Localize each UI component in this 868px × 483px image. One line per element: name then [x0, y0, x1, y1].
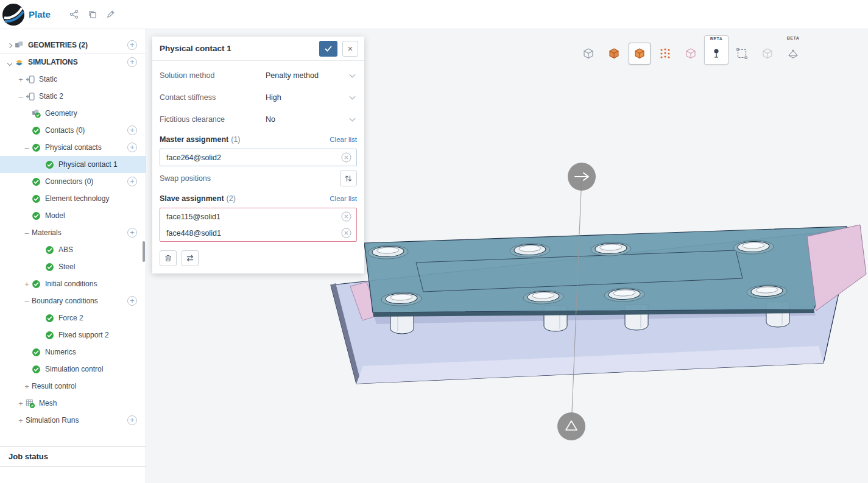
assignment-face-label: face264@solid2 [166, 153, 341, 162]
tree-item-fixed-support-2[interactable]: Fixed support 2 [0, 326, 146, 344]
add-button[interactable]: + [127, 415, 137, 425]
check-icon [45, 245, 54, 255]
tree-item-label: Force 2 [58, 314, 141, 322]
tree-item-initial-conditions[interactable]: +Initial conditions [0, 275, 146, 292]
tree-item-model[interactable]: Model [0, 207, 146, 224]
contact-stiffness-select[interactable]: High [266, 91, 357, 104]
tree-item-numerics[interactable]: Numerics [0, 344, 146, 361]
tree-item-static[interactable]: +Static [0, 71, 146, 88]
3d-model[interactable] [331, 225, 866, 384]
master-assignment-list[interactable]: face264@solid2 [160, 149, 357, 166]
expander-plus-icon[interactable]: + [16, 400, 26, 407]
copy-button[interactable] [85, 7, 101, 23]
assignment-item: face264@solid2 [160, 149, 356, 166]
tree-item-abs[interactable]: ABS [0, 241, 146, 258]
job-status-label: Job status [9, 452, 48, 461]
tree-item-label: Result control [32, 382, 141, 390]
volume-select-cube-icon [629, 43, 651, 65]
app-logo-icon [2, 3, 25, 26]
remove-assignment-button[interactable] [341, 211, 351, 222]
expander-plus-icon[interactable]: + [22, 383, 32, 390]
add-button[interactable]: + [127, 125, 137, 135]
tree-item-simulation-control[interactable]: Simulation control [0, 361, 146, 378]
tree-item-mesh[interactable]: +Mesh [0, 395, 146, 412]
tree-item-steel[interactable]: Steel [0, 258, 146, 275]
sidebar-scrollbar[interactable] [143, 241, 145, 262]
fictitious-clearance-select[interactable]: No [266, 113, 357, 126]
panel-header: Physical contact 1 × [152, 37, 364, 61]
add-button[interactable]: + [127, 40, 137, 50]
expander-plus-icon[interactable]: + [22, 280, 32, 288]
add-button[interactable]: + [127, 57, 137, 67]
clear-slave-list-link[interactable]: Clear list [330, 195, 357, 202]
tree-item-force-2[interactable]: Force 2 [0, 309, 146, 326]
tree-item-materials[interactable]: –Materials+ [0, 224, 146, 241]
tree-item-label: Physical contacts [45, 143, 127, 152]
tree-item-simulations[interactable]: SIMULATIONS+ [0, 54, 146, 71]
vertex-select-icon [654, 43, 676, 65]
remove-assignment-button[interactable] [341, 228, 351, 238]
tree-item-label: Mesh [39, 399, 141, 407]
tree-item-result-control[interactable]: +Result control [0, 378, 146, 395]
check-icon [32, 177, 41, 186]
add-button[interactable]: + [127, 177, 137, 186]
add-button[interactable]: + [127, 296, 137, 306]
add-button[interactable]: + [127, 143, 137, 152]
tree-item-boundary-conditions[interactable]: –Boundary conditions+ [0, 292, 146, 309]
project-title: Plate [29, 9, 51, 19]
clear-master-list-link[interactable]: Clear list [330, 136, 357, 143]
sidebar: GEOMETRIES (2)+SIMULATIONS++Static–Stati… [0, 29, 146, 483]
beta-badge: BETA [705, 37, 728, 41]
share-button[interactable] [66, 7, 82, 23]
tree-item-physical-contacts[interactable]: –Physical contacts+ [0, 139, 146, 156]
solution-method-select[interactable]: Penalty method [266, 69, 357, 82]
tree-item-simulation-runs[interactable]: +Simulation Runs+ [0, 412, 146, 429]
job-status-bar[interactable]: Job status [0, 446, 146, 467]
simulations-icon [15, 58, 24, 67]
remove-assignment-button[interactable] [341, 152, 351, 163]
expander-right-icon[interactable] [5, 41, 15, 49]
close-button[interactable]: × [342, 41, 358, 57]
slave-assignment-list[interactable]: face115@solid1face448@solid1 [160, 208, 357, 242]
tree-item-contacts-0[interactable]: Contacts (0)+ [0, 122, 146, 139]
vertex-select-tool[interactable] [653, 35, 677, 65]
swap-positions-button[interactable] [340, 171, 357, 186]
add-button[interactable]: + [127, 228, 137, 238]
box-select-tool[interactable] [730, 35, 754, 65]
expander-minus-icon[interactable]: – [22, 229, 32, 237]
view-cube-tool[interactable] [576, 35, 601, 65]
expander-down-icon[interactable] [5, 58, 15, 66]
tree-item-physical-contact-1[interactable]: Physical contact 1 [0, 156, 146, 173]
swap-master-slave-button[interactable] [182, 250, 199, 266]
hidden-cube-tool[interactable] [755, 35, 780, 65]
expander-minus-icon[interactable]: – [22, 297, 32, 305]
check-icon [32, 194, 41, 203]
plate-face[interactable] [364, 227, 847, 312]
tree-item-static-2[interactable]: –Static 2 [0, 88, 146, 105]
volume-select-cube-tool[interactable] [627, 35, 652, 65]
edit-button[interactable] [103, 7, 119, 23]
chevron-down-icon [350, 94, 356, 100]
top-bar: Plate [0, 0, 868, 29]
delete-button[interactable] [160, 250, 177, 266]
tree-item-geometry[interactable]: Geometry [0, 105, 146, 122]
expander-minus-icon[interactable]: – [16, 93, 26, 100]
fictitious-clearance-value: No [266, 115, 275, 124]
tree-item-geometries-2[interactable]: GEOMETRIES (2)+ [0, 37, 146, 54]
pan-right-handle[interactable] [568, 163, 596, 191]
expander-plus-icon[interactable]: + [16, 417, 26, 425]
tree-item-label: Static [39, 75, 141, 83]
viewport[interactable]: BETABETA Physical contact 1 × Solution m… [146, 29, 868, 483]
rotate-up-handle[interactable] [557, 412, 585, 440]
solid-mesh-cube-tool[interactable] [602, 35, 626, 65]
apply-button[interactable] [319, 41, 337, 57]
surface-cube-tool[interactable] [679, 35, 703, 65]
tree-item-label: Model [45, 211, 141, 220]
chevron-down-icon [350, 116, 356, 122]
expander-plus-icon[interactable]: + [16, 76, 26, 83]
tree-item-connectors-0[interactable]: Connectors (0)+ [0, 173, 146, 190]
probe-point-tool[interactable]: BETA [704, 35, 729, 65]
clip-plane-tool[interactable]: BETA [781, 35, 805, 65]
expander-minus-icon[interactable]: – [22, 144, 32, 152]
tree-item-element-technology[interactable]: Element technology [0, 190, 146, 207]
